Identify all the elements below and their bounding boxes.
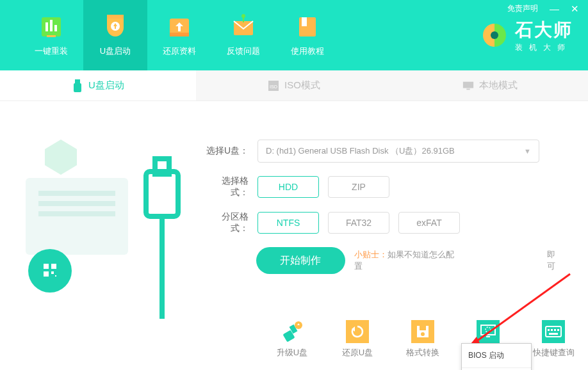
tool-label: 还原U盘: [342, 347, 373, 358]
nav-feedback[interactable]: 反馈问题: [211, 0, 275, 70]
svg-rect-3: [54, 25, 57, 31]
disk-icon: [411, 320, 434, 343]
partition-label: 分区格式：: [205, 211, 249, 234]
nav-label: U盘启动: [100, 45, 131, 57]
svg-rect-20: [466, 88, 470, 90]
svg-rect-23: [38, 201, 115, 206]
tool-label: 格式转换: [406, 347, 439, 358]
svg-rect-16: [74, 83, 81, 92]
svg-point-25: [28, 249, 72, 293]
simulate-boot-popup: BIOS 启动 UEFI 模拟(x32) UEFI 模拟(x64): [461, 343, 532, 370]
tab-label: 本地模式: [479, 79, 518, 92]
svg-rect-1: [45, 22, 48, 31]
tab-usb-boot[interactable]: U盘启动: [0, 70, 196, 101]
title-bar: 免责声明 — ✕: [507, 0, 588, 17]
nav-label: 使用教程: [291, 45, 324, 57]
brand-name: 石大师: [515, 18, 573, 42]
top-bar: 免责声明 — ✕ 一键重装 U盘启动 还原资料 反馈问题 使用教程: [0, 0, 588, 70]
iso-icon: ISO: [268, 80, 279, 92]
svg-rect-19: [463, 81, 473, 88]
form-area: 选择U盘： D: (hd1) General USB Flash Disk （U…: [205, 140, 564, 287]
usb-up-icon: [281, 320, 304, 343]
disclaimer-link[interactable]: 免责声明: [507, 3, 538, 14]
nav-tutorial[interactable]: 使用教程: [275, 0, 339, 70]
partition-fat32-option[interactable]: FAT32: [328, 212, 389, 234]
nav-label: 一键重装: [35, 45, 68, 57]
chevron-down-icon: ▼: [524, 147, 531, 155]
start-make-button[interactable]: 开始制作: [256, 247, 345, 274]
close-button[interactable]: ✕: [571, 4, 579, 13]
brand-sub: 装机大师: [515, 42, 573, 53]
svg-line-30: [468, 274, 570, 348]
nav-label: 反馈问题: [227, 45, 260, 57]
tool-format-convert[interactable]: 格式转换: [400, 320, 446, 358]
svg-rect-15: [75, 79, 80, 83]
tab-label: ISO模式: [284, 79, 320, 92]
svg-text:ISO: ISO: [270, 84, 278, 89]
sub-tabs: U盘启动 ISO ISO模式 本地模式: [0, 70, 588, 101]
nav-usb-boot[interactable]: U盘启动: [83, 0, 147, 70]
shield-icon: [102, 13, 129, 40]
upload-box-icon: [166, 13, 193, 40]
restore-icon: [346, 320, 369, 343]
partition-ntfs-option[interactable]: NTFS: [257, 212, 319, 234]
popup-bios[interactable]: BIOS 启动: [462, 344, 531, 368]
minimize-button[interactable]: —: [550, 4, 559, 13]
svg-rect-39: [420, 326, 426, 330]
tab-local-mode[interactable]: 本地模式: [392, 70, 588, 101]
svg-rect-27: [146, 172, 178, 216]
envelope-icon: [230, 13, 257, 40]
tab-iso-mode[interactable]: ISO ISO模式: [196, 70, 392, 101]
svg-rect-13: [302, 17, 307, 26]
tool-restore-usb[interactable]: 还原U盘: [334, 320, 380, 358]
tool-upgrade-usb[interactable]: 升级U盘: [269, 320, 315, 358]
svg-rect-28: [155, 159, 169, 174]
select-format-label: 选择格式：: [205, 175, 249, 198]
tip-text: 小贴士：如果不知道怎么配置: [354, 249, 461, 272]
tip-label: 小贴士：: [354, 250, 388, 259]
svg-rect-8: [170, 33, 189, 36]
tab-label: U盘启动: [88, 79, 124, 92]
select-disk-dropdown[interactable]: D: (hd1) General USB Flash Disk （U盘）26.9…: [257, 140, 539, 163]
select-disk-value: D: (hd1) General USB Flash Disk （U盘）26.9…: [266, 145, 455, 157]
brand-logo-icon: [480, 21, 509, 49]
svg-point-40: [421, 332, 425, 336]
svg-rect-2: [50, 20, 53, 31]
format-hdd-option[interactable]: HDD: [257, 176, 319, 198]
svg-marker-26: [45, 140, 77, 175]
select-disk-label: 选择U盘：: [205, 145, 249, 157]
book-icon: [294, 13, 321, 40]
svg-rect-12: [299, 17, 316, 36]
svg-point-14: [491, 31, 498, 39]
svg-rect-4: [47, 35, 56, 37]
monitor-icon: [462, 80, 474, 92]
nav-one-key-reinstall[interactable]: 一键重装: [19, 0, 83, 70]
usb-icon: [72, 80, 83, 92]
tool-label: 升级U盘: [277, 347, 307, 358]
format-zip-option[interactable]: ZIP: [328, 176, 389, 198]
svg-rect-24: [38, 211, 115, 216]
nav-restore-data[interactable]: 还原资料: [147, 0, 211, 70]
svg-rect-5: [107, 15, 124, 19]
illustration: [19, 127, 192, 319]
svg-point-11: [241, 14, 245, 18]
partition-exfat-option[interactable]: exFAT: [398, 212, 460, 234]
svg-rect-22: [38, 191, 115, 196]
content-area: 选择U盘： D: (hd1) General USB Flash Disk （U…: [0, 101, 588, 370]
bar-chart-icon: [38, 13, 65, 40]
nav-label: 还原资料: [163, 45, 196, 57]
